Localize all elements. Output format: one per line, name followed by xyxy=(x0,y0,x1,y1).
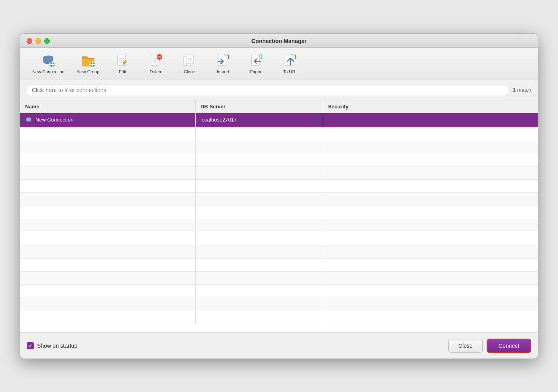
export-label: Export xyxy=(250,69,263,74)
filter-match-count: 1 match xyxy=(513,87,531,93)
empty-row xyxy=(20,167,538,180)
close-button[interactable]: Close xyxy=(448,339,483,353)
empty-row xyxy=(20,193,538,206)
empty-row xyxy=(20,259,538,272)
edit-label: Edit xyxy=(119,69,126,74)
show-on-startup-checkbox[interactable]: ✓ xyxy=(27,342,34,349)
empty-row xyxy=(20,206,538,219)
empty-row xyxy=(20,153,538,167)
connection-server-cell: localhost:27017 xyxy=(196,113,323,127)
empty-row xyxy=(20,311,538,324)
export-button[interactable]: Export xyxy=(240,51,272,76)
traffic-lights xyxy=(27,38,50,44)
column-name: Name xyxy=(20,100,196,113)
connection-security-cell xyxy=(323,113,538,127)
empty-row xyxy=(20,298,538,311)
connection-manager-window: Connection Manager New Connection xyxy=(20,33,538,359)
import-icon xyxy=(216,53,230,68)
connection-name: New Connection xyxy=(35,117,73,123)
delete-button[interactable]: Delete xyxy=(140,51,172,76)
close-window-button[interactable] xyxy=(27,38,32,44)
empty-row xyxy=(20,219,538,232)
toolbar: New Connection New Group xyxy=(20,48,538,80)
table-header: Name DB Server Security xyxy=(20,100,538,113)
clone-button[interactable]: Clone xyxy=(173,51,205,76)
clone-icon xyxy=(182,53,196,68)
delete-label: Delete xyxy=(149,69,162,74)
column-security: Security xyxy=(323,100,538,113)
connect-button[interactable]: Connect xyxy=(487,339,531,353)
show-on-startup-label: Show on startup xyxy=(37,343,77,349)
export-icon xyxy=(249,53,263,68)
new-group-icon xyxy=(81,53,96,68)
delete-icon xyxy=(149,53,163,68)
empty-row xyxy=(20,180,538,193)
filter-bar: 1 match xyxy=(20,80,538,100)
empty-row xyxy=(20,272,538,285)
clone-label: Clone xyxy=(184,69,195,74)
empty-row xyxy=(20,245,538,259)
import-label: Import xyxy=(217,69,229,74)
svg-rect-19 xyxy=(186,55,193,64)
new-group-label: New Group xyxy=(77,69,100,74)
footer-buttons: Close Connect xyxy=(448,339,531,353)
new-group-button[interactable]: New Group xyxy=(72,51,105,76)
maximize-window-button[interactable] xyxy=(44,38,50,44)
new-connection-label: New Connection xyxy=(32,69,65,74)
new-connection-icon xyxy=(41,53,55,68)
table-body: New Connection localhost:27017 xyxy=(20,113,538,332)
connection-db-icon xyxy=(25,116,32,123)
empty-row xyxy=(20,127,538,140)
filter-input[interactable] xyxy=(27,84,508,96)
to-uri-label: To URI xyxy=(283,69,297,74)
footer: ✓ Show on startup Close Connect xyxy=(20,333,538,359)
empty-row xyxy=(20,285,538,298)
window-title: Connection Manager xyxy=(27,38,531,44)
edit-button[interactable]: Edit xyxy=(106,51,138,76)
connections-table: Name DB Server Security New Connection xyxy=(20,100,538,333)
empty-row xyxy=(20,232,538,245)
new-connection-button[interactable]: New Connection xyxy=(27,51,70,76)
to-uri-icon xyxy=(283,53,297,68)
table-row[interactable]: New Connection localhost:27017 xyxy=(20,113,538,127)
import-button[interactable]: Import xyxy=(207,51,239,76)
connection-name-cell: New Connection xyxy=(20,113,196,127)
edit-icon xyxy=(115,53,130,68)
column-db-server: DB Server xyxy=(196,100,323,113)
title-bar: Connection Manager xyxy=(20,34,538,48)
minimize-window-button[interactable] xyxy=(35,38,41,44)
empty-row xyxy=(20,140,538,153)
show-on-startup-container[interactable]: ✓ Show on startup xyxy=(27,342,77,349)
to-uri-button[interactable]: To URI xyxy=(274,51,306,76)
